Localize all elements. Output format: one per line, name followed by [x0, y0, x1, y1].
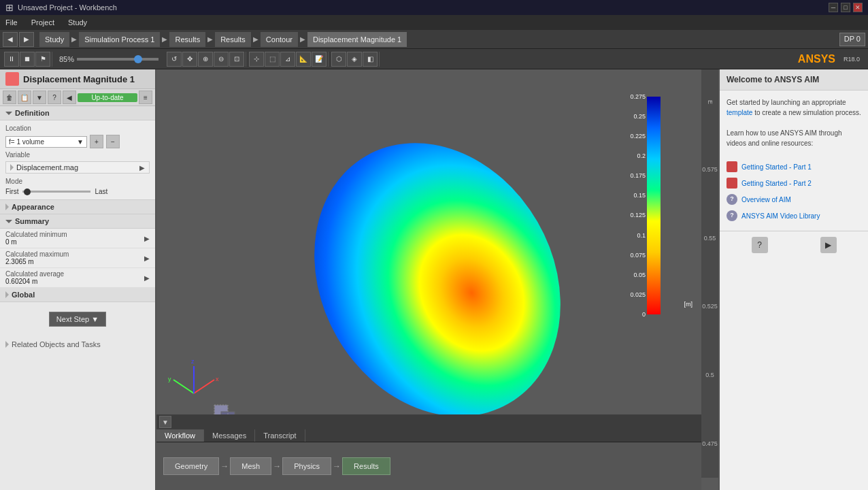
breadcrumb-bar: ◀ ▶ Study ▶ Simulation Process 1 ▶ Resul…: [0, 30, 868, 49]
minimize-button[interactable]: ─: [829, 3, 838, 12]
color-label-0: 0.275: [630, 93, 646, 100]
breadcrumb-results2[interactable]: Results: [215, 32, 251, 47]
toolbar-btn-shaded[interactable]: ◈: [347, 52, 362, 67]
variable-label-row: Variable: [5, 151, 150, 159]
next-step-label: Next Step: [56, 315, 89, 323]
dp-selector[interactable]: DP 0: [839, 33, 865, 46]
toolbar-btn-pick[interactable]: ⊿: [280, 52, 295, 67]
toolbar-btn-zoom-out[interactable]: ⊖: [214, 52, 229, 67]
summary-label: Summary: [15, 217, 49, 225]
workflow-step-physics[interactable]: Physics: [282, 457, 331, 475]
tab-transcript[interactable]: Transcript: [255, 429, 305, 442]
toolbar-btn-pan[interactable]: ✥: [182, 52, 197, 67]
back-button[interactable]: ◀: [3, 32, 18, 47]
right-panel-header: Welcome to ANSYS AIM: [720, 69, 868, 91]
right-panel: Welcome to ANSYS AIM Get started by laun…: [718, 69, 868, 490]
definition-content: Location f= 1 volume ▼ + − Variable Disp…: [0, 120, 155, 200]
maximize-button[interactable]: □: [841, 3, 850, 12]
help-icon-2: ?: [727, 210, 737, 221]
menu-file[interactable]: File: [3, 17, 20, 28]
toolbar-group-nav: ⏸ ⏹ ⚑: [3, 52, 52, 67]
location-remove-btn[interactable]: −: [106, 135, 120, 148]
definition-section-header[interactable]: Definition: [0, 106, 155, 120]
right-ruler-e: E: [707, 100, 714, 104]
link-overview[interactable]: ? Overview of AIM: [727, 191, 861, 208]
toolbar-btn-pause[interactable]: ⏸: [4, 52, 19, 67]
zoom-percent: 85%: [59, 55, 74, 63]
mode-thumb: [24, 189, 31, 195]
link-video-library[interactable]: ? ANSYS AIM Video Library: [727, 208, 861, 224]
close-button[interactable]: ✕: [853, 3, 863, 12]
breadcrumb-arrow-2: ▶: [162, 35, 167, 43]
toolbar-btn-measure[interactable]: 📐: [296, 52, 311, 67]
workflow-step-results[interactable]: Results: [342, 457, 390, 475]
zoom-slider[interactable]: [77, 58, 158, 61]
tab-messages[interactable]: Messages: [204, 429, 255, 442]
link-label-1: Getting Started - Part 1: [741, 162, 812, 172]
breadcrumb-simprocess[interactable]: Simulation Process 1: [79, 32, 160, 47]
variable-row[interactable]: Displacement.mag ▶: [5, 161, 150, 174]
forward-button[interactable]: ▶: [19, 32, 34, 47]
toolbar-btn-flag[interactable]: ⚑: [35, 52, 50, 67]
workflow-step-mesh[interactable]: Mesh: [230, 457, 271, 475]
workflow-step-geometry[interactable]: Geometry: [163, 457, 219, 475]
location-row: Location: [5, 125, 150, 132]
template-link[interactable]: template: [727, 109, 752, 116]
summary-section-header[interactable]: Summary: [0, 214, 155, 229]
appearance-section-header[interactable]: Appearance: [0, 200, 155, 214]
right-ruler-1: 0.55: [704, 235, 716, 242]
footer-video-icon[interactable]: ▶: [820, 237, 837, 253]
color-label-10: 0.025: [630, 291, 646, 298]
tab-workflow[interactable]: Workflow: [156, 429, 204, 442]
footer-help-icon[interactable]: ?: [752, 237, 768, 253]
toolbar-btn-zoom-in[interactable]: ⊕: [198, 52, 213, 67]
toolbar-btn-edges[interactable]: ◧: [363, 52, 378, 67]
panel-header: Displacement Magnitude 1: [0, 69, 155, 89]
mode-slider[interactable]: [22, 191, 90, 193]
link-getting-started-1[interactable]: Getting Started - Part 1: [727, 159, 861, 175]
menu-study[interactable]: Study: [65, 17, 90, 28]
toolbar-btn-fit[interactable]: ⊡: [229, 52, 244, 67]
breadcrumb-arrow-1: ▶: [71, 35, 77, 43]
zoom-thumb[interactable]: [134, 55, 142, 63]
color-label-6: 0.125: [630, 212, 646, 218]
appearance-chevron: [5, 203, 9, 210]
panel-btn-extra[interactable]: ≡: [139, 91, 152, 104]
panel-btn-collapse[interactable]: ◀: [63, 91, 76, 104]
next-step-button[interactable]: Next Step ▼: [49, 312, 106, 327]
breadcrumb-arrow-3: ▶: [207, 35, 213, 43]
menu-project[interactable]: Project: [29, 17, 57, 28]
location-dropdown[interactable]: f= 1 volume ▼: [5, 136, 87, 148]
svg-text:x: x: [216, 376, 219, 382]
panel-btn-filter[interactable]: ▼: [33, 91, 46, 104]
definition-chevron: [5, 112, 12, 115]
toolbar-btn-annotate[interactable]: 📝: [312, 52, 327, 67]
breadcrumb-study[interactable]: Study: [39, 32, 69, 47]
breadcrumb-contour[interactable]: Contour: [261, 32, 298, 47]
workflow-arrow-1: →: [219, 461, 230, 471]
related-section[interactable]: Related Objects and Tasks: [0, 336, 155, 353]
panel-btn-help[interactable]: ?: [48, 91, 61, 104]
collapse-button[interactable]: ▼: [159, 416, 171, 428]
toolbar-btn-stop[interactable]: ⏹: [20, 52, 35, 67]
right-ruler: E 0.575 0.55 0.525 0.5 0.475: [701, 69, 718, 478]
toolbar-btn-wire[interactable]: ⬡: [331, 52, 346, 67]
right-ruler-4: 0.475: [702, 440, 718, 447]
panel-btn-delete[interactable]: 🗑: [3, 91, 16, 104]
summary-content: Calculated minimum 0 m ▶ Calculated maxi…: [0, 229, 155, 288]
location-add-btn[interactable]: +: [90, 135, 103, 148]
toolbar-btn-select[interactable]: ⊹: [249, 52, 264, 67]
ansys-version: R18.0: [844, 56, 860, 63]
viewport[interactable]: 0.275 0.25 0.225 0.2 0.175 0.15 0.125 0.…: [156, 69, 718, 490]
global-section-header[interactable]: Global: [0, 288, 155, 302]
breadcrumb-displacement[interactable]: Displacement Magnitude 1: [307, 32, 407, 47]
toolbar-btn-rotate[interactable]: ↺: [167, 52, 182, 67]
toolbar-btn-box-select[interactable]: ⬚: [265, 52, 280, 67]
panel-icon: [5, 72, 19, 86]
breadcrumb-results1[interactable]: Results: [169, 32, 205, 47]
location-dropdown-arrow: ▼: [77, 138, 84, 146]
variable-arrow-btn[interactable]: ▶: [139, 164, 145, 172]
link-getting-started-2[interactable]: Getting Started - Part 2: [727, 175, 861, 191]
panel-btn-add[interactable]: 📋: [18, 91, 31, 104]
color-label-4: 0.175: [630, 172, 646, 179]
